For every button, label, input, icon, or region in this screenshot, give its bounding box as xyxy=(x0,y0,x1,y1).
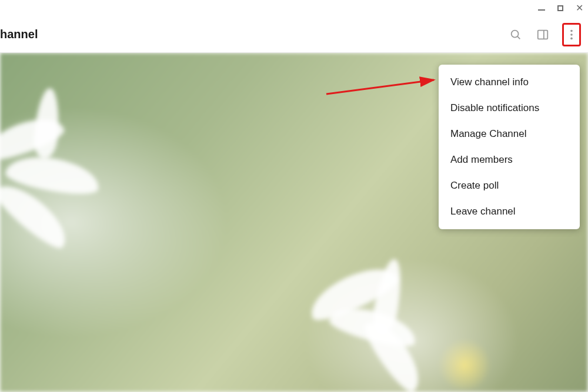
window-titlebar: ✕ xyxy=(0,0,588,16)
svg-rect-2 xyxy=(538,30,548,39)
window-minimize-button[interactable] xyxy=(537,4,546,12)
more-options-button[interactable] xyxy=(565,27,578,42)
header-actions xyxy=(508,23,583,46)
svg-point-0 xyxy=(512,30,519,37)
svg-point-6 xyxy=(570,37,573,39)
more-options-menu: View channel info Disable notifications … xyxy=(439,65,580,229)
sidebar-toggle-button[interactable] xyxy=(535,27,550,42)
channel-title: hannel xyxy=(0,28,38,41)
panel-icon xyxy=(536,28,549,41)
vertical-dots-icon xyxy=(565,28,578,41)
menu-item-disable-notifications[interactable]: Disable notifications xyxy=(439,95,580,121)
window-close-button[interactable]: ✕ xyxy=(575,4,583,12)
chat-header: hannel xyxy=(0,16,588,53)
window-maximize-button[interactable] xyxy=(556,4,564,12)
menu-item-view-channel-info[interactable]: View channel info xyxy=(439,69,580,95)
menu-item-leave-channel[interactable]: Leave channel xyxy=(439,199,580,225)
highlight-box xyxy=(562,23,581,46)
svg-point-4 xyxy=(570,29,573,32)
menu-item-add-members[interactable]: Add members xyxy=(439,147,580,173)
search-icon xyxy=(509,28,522,41)
svg-point-5 xyxy=(570,33,573,36)
menu-item-manage-channel[interactable]: Manage Channel xyxy=(439,121,580,147)
search-button[interactable] xyxy=(508,27,523,42)
svg-line-1 xyxy=(517,36,520,38)
menu-item-create-poll[interactable]: Create poll xyxy=(439,173,580,199)
